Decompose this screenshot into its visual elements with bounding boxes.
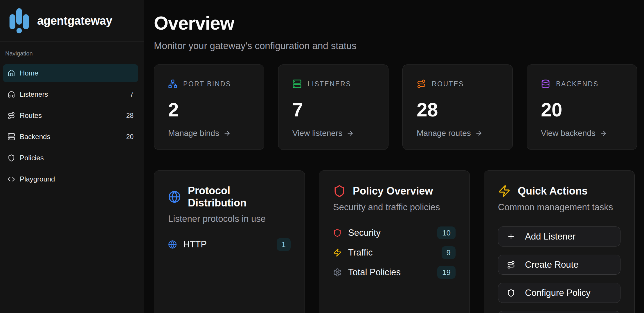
agentgateway-logo-icon xyxy=(8,7,31,35)
shield-icon xyxy=(333,229,342,237)
nav-section-label: Navigation xyxy=(5,50,138,57)
sidebar-item-label: Playground xyxy=(20,175,55,183)
policy-label: Security xyxy=(348,228,381,238)
gear-icon xyxy=(333,268,342,277)
page-title: Overview xyxy=(154,14,644,33)
stat-link-label: Manage binds xyxy=(168,129,219,138)
sidebar-item-label: Listeners xyxy=(20,90,48,98)
panels-row: Protocol Distribution Listener protocols… xyxy=(154,170,644,313)
stat-label: ROUTES xyxy=(432,80,464,88)
stat-link-label: View listeners xyxy=(292,129,342,138)
policy-label: Traffic xyxy=(348,247,373,258)
sidebar-item-label: Routes xyxy=(20,111,42,120)
stat-label: PORT BINDS xyxy=(183,80,231,88)
routes-count: 28 xyxy=(126,112,134,120)
protocol-distribution-card: Protocol Distribution Listener protocols… xyxy=(154,170,305,313)
protocol-label: HTTP xyxy=(183,239,207,250)
traffic-count-badge: 9 xyxy=(442,246,456,259)
listeners-value: 7 xyxy=(292,100,375,119)
arrow-right-icon xyxy=(223,129,231,137)
sidebar: agentgateway Navigation Home Listeners 7… xyxy=(0,0,144,313)
server-icon xyxy=(292,79,302,89)
headphones-icon xyxy=(8,91,15,98)
routes-value: 28 xyxy=(417,100,500,119)
http-count-badge: 1 xyxy=(277,238,291,251)
policy-label: Total Policies xyxy=(348,267,401,278)
sidebar-item-backends[interactable]: Backends 20 xyxy=(3,128,138,146)
create-route-button[interactable]: Create Route xyxy=(498,255,620,275)
route-icon xyxy=(8,112,15,119)
manage-binds-link[interactable]: Manage binds xyxy=(168,129,251,138)
panel-title: Quick Actions xyxy=(518,185,588,197)
route-icon xyxy=(507,261,515,269)
network-icon xyxy=(168,79,177,89)
arrow-right-icon xyxy=(346,129,354,137)
main-content: Overview Monitor your gateway's configur… xyxy=(144,0,644,313)
backends-count: 20 xyxy=(126,133,134,141)
add-listener-button[interactable]: Add Listener xyxy=(498,226,620,247)
sidebar-nav: Home Listeners 7 Routes 28 Backends 20 xyxy=(3,64,138,188)
app-window: agentgateway Navigation Home Listeners 7… xyxy=(0,0,644,313)
policy-row-traffic: Traffic 9 xyxy=(333,246,456,260)
app-title: agentgateway xyxy=(37,14,112,27)
sidebar-divider xyxy=(0,197,144,197)
arrow-right-icon xyxy=(475,129,483,137)
shield-icon xyxy=(333,185,346,197)
globe-icon xyxy=(168,240,177,249)
stat-card-routes: ROUTES 28 Manage routes xyxy=(402,64,513,150)
arrow-right-icon xyxy=(600,129,607,137)
app-logo[interactable]: agentgateway xyxy=(0,0,144,42)
manage-routes-link[interactable]: Manage routes xyxy=(417,129,500,138)
stat-label: LISTENERS xyxy=(307,80,351,88)
shield-icon xyxy=(507,289,515,297)
sidebar-item-listeners[interactable]: Listeners 7 xyxy=(3,85,138,103)
view-listeners-link[interactable]: View listeners xyxy=(292,129,375,138)
zap-icon xyxy=(333,248,342,257)
panel-subtitle: Security and traffic policies xyxy=(333,202,456,213)
action-button-label: Create Route xyxy=(525,260,578,270)
globe-icon xyxy=(168,190,181,203)
sidebar-item-routes[interactable]: Routes 28 xyxy=(3,107,138,125)
stats-row: PORT BINDS 2 Manage binds LISTENERS 7 Vi… xyxy=(154,64,644,150)
page-subtitle: Monitor your gateway's configuration and… xyxy=(154,40,644,52)
sidebar-item-label: Backends xyxy=(20,133,50,141)
zap-icon xyxy=(498,185,511,197)
backends-value: 20 xyxy=(541,100,624,119)
sidebar-item-playground[interactable]: Playground xyxy=(3,170,138,188)
sidebar-item-policies[interactable]: Policies xyxy=(3,149,138,167)
view-backends-link[interactable]: View backends xyxy=(541,129,624,138)
panel-title: Policy Overview xyxy=(353,185,433,197)
stat-link-label: View backends xyxy=(541,129,596,138)
partial-action-button[interactable] xyxy=(498,311,620,313)
shield-icon xyxy=(8,154,15,162)
sidebar-item-label: Policies xyxy=(20,154,44,162)
security-count-badge: 10 xyxy=(437,226,456,239)
sidebar-item-home[interactable]: Home xyxy=(3,64,138,82)
house-icon xyxy=(8,69,15,77)
policy-overview-card: Policy Overview Security and traffic pol… xyxy=(319,170,470,313)
panel-subtitle: Listener protocols in use xyxy=(168,214,291,224)
protocol-row-http: HTTP 1 xyxy=(168,238,291,251)
plus-icon xyxy=(507,233,515,241)
database-icon xyxy=(541,79,550,89)
code-icon xyxy=(8,175,15,183)
server-icon xyxy=(8,133,15,141)
policy-row-security: Security 10 xyxy=(333,226,456,240)
panel-title: Protocol Distribution xyxy=(188,185,291,209)
stat-link-label: Manage routes xyxy=(417,129,471,138)
total-policies-count-badge: 19 xyxy=(437,266,456,279)
port-binds-value: 2 xyxy=(168,100,251,119)
sidebar-item-label: Home xyxy=(20,69,38,77)
action-button-label: Add Listener xyxy=(525,231,575,242)
listeners-count: 7 xyxy=(130,91,134,98)
quick-actions-card: Quick Actions Common management tasks Ad… xyxy=(484,170,635,313)
stat-card-listeners: LISTENERS 7 View listeners xyxy=(278,64,388,150)
action-button-label: Configure Policy xyxy=(525,288,591,298)
panel-subtitle: Common management tasks xyxy=(498,202,620,213)
stat-card-backends: BACKENDS 20 View backends xyxy=(527,64,637,150)
stat-card-port-binds: PORT BINDS 2 Manage binds xyxy=(154,64,264,150)
route-icon xyxy=(417,79,426,89)
stat-label: BACKENDS xyxy=(556,80,599,88)
policy-row-total: Total Policies 19 xyxy=(333,265,456,279)
configure-policy-button[interactable]: Configure Policy xyxy=(498,283,620,303)
